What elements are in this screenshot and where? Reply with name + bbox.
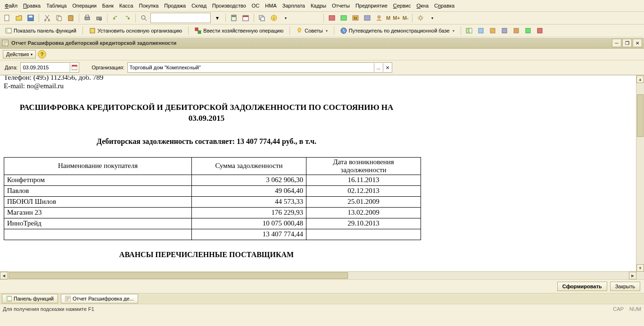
- table-row: Конфетпром3 062 906,3016.11.2013: [4, 175, 421, 185]
- module1-icon[interactable]: [327, 13, 337, 23]
- menu-item-11[interactable]: НМА: [262, 2, 279, 9]
- paste-icon[interactable]: [66, 13, 76, 23]
- search-dd-icon[interactable]: ▾: [212, 13, 223, 23]
- tool8-icon[interactable]: [499, 25, 510, 36]
- taskbar-report-item[interactable]: Отчет Расшифровка де...: [61, 294, 138, 303]
- tool6-icon[interactable]: [476, 25, 486, 36]
- scroll-thumb-h[interactable]: [8, 272, 348, 279]
- new-doc-icon[interactable]: [2, 13, 12, 23]
- tool9-icon[interactable]: [511, 25, 521, 36]
- print-icon[interactable]: [82, 13, 92, 23]
- redo-icon[interactable]: [122, 13, 132, 23]
- set-org-button[interactable]: Установить основную организацию: [86, 25, 186, 36]
- settings-dd-icon[interactable]: ▾: [427, 13, 438, 23]
- scroll-up-icon[interactable]: ▲: [636, 75, 644, 83]
- close-button[interactable]: Закрыть: [610, 282, 640, 291]
- guide-label: Путеводитель по демонстрационной базе: [349, 28, 450, 33]
- cell-date: 29.10.2013: [306, 218, 421, 229]
- actions-button[interactable]: Действия ▾: [3, 50, 36, 59]
- module2-icon[interactable]: [339, 13, 349, 23]
- separator: [289, 26, 290, 35]
- calendar-picker-icon[interactable]: [70, 63, 79, 72]
- scroll-left-icon[interactable]: ◀: [0, 272, 8, 279]
- user-icon[interactable]: [374, 13, 384, 23]
- menu-item-16[interactable]: Сервис: [390, 2, 414, 9]
- scroll-right-icon[interactable]: ▶: [629, 272, 636, 279]
- calc-icon[interactable]: [229, 13, 239, 23]
- svg-rect-17: [243, 16, 248, 17]
- menu-item-0[interactable]: Файл: [2, 2, 20, 9]
- enter-op-button[interactable]: Ввести хозяйственную операцию: [191, 25, 287, 36]
- menu-item-4[interactable]: Банк: [99, 2, 116, 9]
- dropdown-icon[interactable]: ▾: [281, 13, 291, 23]
- cell-sum: 49 064,40: [192, 185, 306, 196]
- email-line: E-mail: no@email.ru: [4, 82, 633, 90]
- menu-item-8[interactable]: Склад: [189, 2, 209, 9]
- restore-button[interactable]: ❐: [622, 39, 632, 47]
- svg-text:i: i: [273, 16, 274, 21]
- horizontal-scrollbar[interactable]: ◀ ▶: [0, 271, 636, 279]
- m-label[interactable]: M: [386, 15, 391, 21]
- taskbar-panel-item[interactable]: Панель функций: [2, 294, 58, 303]
- date-input[interactable]: [21, 63, 70, 72]
- menu-item-17[interactable]: Окна: [413, 2, 431, 9]
- cell-sum: 176 229,93: [192, 207, 306, 218]
- menu-item-18[interactable]: Справка: [431, 2, 457, 9]
- org-clear-button[interactable]: ✕: [383, 63, 392, 72]
- svg-rect-7: [68, 16, 73, 21]
- menu-item-13[interactable]: Кадры: [308, 2, 329, 9]
- tips-button[interactable]: Советы ▾: [293, 25, 330, 36]
- menu-item-1[interactable]: Правка: [20, 2, 43, 9]
- menu-item-15[interactable]: Предприятие: [353, 2, 390, 9]
- windows-icon[interactable]: [257, 13, 267, 23]
- table-row: ПБОЮЛ Шилов44 573,3325.01.2009: [4, 196, 421, 207]
- org-select-button[interactable]: ...: [374, 63, 383, 72]
- org-input[interactable]: [128, 63, 374, 72]
- print-preview-icon[interactable]: [94, 13, 104, 23]
- menu-item-2[interactable]: Таблица: [43, 2, 69, 9]
- menu-item-5[interactable]: Касса: [116, 2, 136, 9]
- m-plus-label[interactable]: M+: [392, 15, 401, 21]
- generate-button[interactable]: Сформировать: [557, 282, 607, 291]
- svg-rect-6: [58, 17, 61, 21]
- help-icon[interactable]: ?: [38, 50, 46, 59]
- info-icon[interactable]: i: [269, 13, 279, 23]
- close-window-button[interactable]: ✕: [633, 39, 642, 47]
- menu-item-7[interactable]: Продажа: [161, 2, 189, 9]
- copy-icon[interactable]: [54, 13, 64, 23]
- tool11-icon[interactable]: [535, 25, 545, 36]
- table-total-row: 13 407 774,44: [4, 229, 421, 240]
- cut-icon[interactable]: [42, 13, 52, 23]
- calendar-icon[interactable]: [240, 13, 251, 23]
- menu-item-3[interactable]: Операции: [69, 2, 99, 9]
- menu-item-14[interactable]: Отчеты: [329, 2, 353, 9]
- m-minus-label[interactable]: M-: [402, 15, 409, 21]
- svg-point-4: [49, 20, 50, 21]
- show-panel-button[interactable]: Показать панель функций: [2, 25, 80, 36]
- search-input[interactable]: [150, 13, 211, 23]
- save-icon[interactable]: [25, 13, 36, 23]
- tool5-icon[interactable]: [464, 25, 474, 36]
- scroll-down-icon[interactable]: ▼: [636, 264, 644, 272]
- vertical-scrollbar[interactable]: ▲ ▼: [636, 75, 644, 272]
- menu-item-10[interactable]: ОС: [249, 2, 263, 9]
- open-folder-icon[interactable]: [14, 13, 24, 23]
- menu-item-12[interactable]: Зарплата: [280, 2, 308, 9]
- settings-icon[interactable]: [415, 13, 426, 23]
- scroll-thumb[interactable]: [637, 94, 644, 137]
- undo-icon[interactable]: [110, 13, 121, 23]
- menu-item-9[interactable]: Производство: [209, 2, 249, 9]
- separator: [188, 26, 189, 35]
- menu-item-6[interactable]: Покупка: [136, 2, 162, 9]
- scroll-corner: [636, 272, 644, 279]
- tool10-icon[interactable]: [523, 25, 533, 36]
- minimize-button[interactable]: ─: [612, 39, 621, 47]
- zoom-icon[interactable]: [139, 13, 149, 23]
- tool7-icon[interactable]: [487, 25, 498, 36]
- svg-rect-36: [469, 28, 472, 33]
- guide-button[interactable]: Путеводитель по демонстрационной базе ▾: [337, 25, 458, 36]
- actions-label: Действия: [6, 51, 29, 57]
- svg-rect-8: [70, 15, 72, 16]
- module4-icon[interactable]: [362, 13, 372, 23]
- module3-icon[interactable]: 31: [350, 13, 361, 23]
